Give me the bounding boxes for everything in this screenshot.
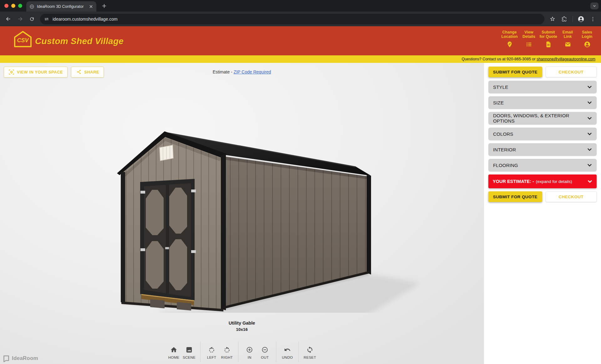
document-icon: [545, 41, 552, 48]
sidebar-bottom-buttons: SUBMIT FOR QUOTE CHECKOUT: [488, 191, 597, 202]
submit-for-quote-link[interactable]: Submit for Quote: [539, 30, 557, 48]
maximize-window-button[interactable]: [18, 4, 22, 8]
minimize-window-button[interactable]: [11, 4, 15, 8]
site-settings-icon[interactable]: [44, 16, 49, 22]
profile-avatar[interactable]: [576, 14, 586, 24]
sidebar-top-buttons: SUBMIT FOR QUOTE CHECKOUT: [488, 67, 597, 77]
toolbar-divider: [298, 341, 299, 362]
address-bar[interactable]: idearoom.customshedvillage.com: [40, 14, 544, 24]
bookmark-star-icon[interactable]: [548, 14, 558, 24]
undo-button[interactable]: UNDO: [280, 341, 295, 362]
sales-login-link[interactable]: Sales Login: [578, 30, 596, 48]
view-toolbar: HOME SCENE LEFT RIGHT IN: [0, 341, 484, 362]
toolbar-divider: [238, 341, 238, 362]
submit-for-quote-button[interactable]: SUBMIT FOR QUOTE: [488, 67, 542, 77]
tab-strip: IdeaRoom 3D Configurator: [0, 0, 601, 12]
config-sidebar: SUBMIT FOR QUOTE CHECKOUT STYLE SIZE DOO…: [484, 63, 601, 364]
your-estimate-bar[interactable]: YOUR ESTIMATE: - (expand for details): [488, 174, 597, 188]
estimate-prefix: Estimate -: [213, 69, 234, 74]
browser-window: IdeaRoom 3D Configurator idearoom.custom…: [0, 0, 601, 364]
brand-logo[interactable]: CSV Custom Shed Village: [14, 31, 124, 48]
home-button[interactable]: HOME: [166, 341, 181, 362]
accordion-colors[interactable]: COLORS: [488, 128, 597, 140]
csv-house-logo-icon: CSV: [14, 31, 32, 48]
submit-for-quote-button-bottom[interactable]: SUBMIT FOR QUOTE: [488, 191, 542, 202]
brand-name: Custom Shed Village: [35, 36, 124, 46]
chevron-down-icon: [587, 148, 592, 151]
reload-icon[interactable]: [27, 14, 37, 24]
model-name: Utility Gable: [0, 321, 484, 326]
globe-favicon-icon: [29, 4, 34, 9]
chevron-down-icon: [587, 164, 592, 167]
3d-viewport[interactable]: VIEW IN YOUR SPACE SHARE Estimate - ZIP …: [0, 63, 484, 364]
logo-abbr: CSV: [17, 37, 29, 43]
idearoom-watermark: IdeaRoom: [3, 355, 38, 362]
edit-location-pin-icon: [506, 41, 513, 48]
zoom-out-button[interactable]: OUT: [257, 341, 272, 362]
tab-title: IdeaRoom 3D Configurator: [37, 4, 86, 9]
checkout-button[interactable]: CHECKOUT: [546, 67, 597, 77]
envelope-icon: [564, 41, 571, 48]
zoom-out-icon: [261, 346, 268, 353]
zoom-in-button[interactable]: IN: [242, 341, 257, 362]
browser-toolbar: idearoom.customshedvillage.com: [0, 12, 601, 26]
rotate-right-icon: [223, 346, 231, 353]
browser-menu-icon[interactable]: [588, 14, 598, 24]
new-tab-button[interactable]: [101, 3, 108, 9]
header-links: Change Location View Details Submit for …: [501, 30, 596, 48]
accordion-doors-windows-exterior[interactable]: DOORS, WINDOWS, & EXTERIOR OPTIONS: [488, 112, 597, 124]
contact-bar: Questions? Contact us at 920-865-3085 or…: [0, 55, 601, 63]
chevron-down-icon: [587, 101, 592, 104]
accordion-interior[interactable]: INTERIOR: [488, 143, 597, 156]
chevron-down-icon: [587, 85, 592, 88]
contact-email-link[interactable]: shannone@villageautoonline.com: [537, 57, 595, 61]
reset-icon: [306, 346, 313, 353]
view-details-link[interactable]: View Details: [520, 30, 538, 48]
list-icon: [526, 41, 532, 48]
idearoom-logo-icon: [3, 355, 10, 362]
checkout-button-bottom[interactable]: CHECKOUT: [546, 191, 597, 202]
browser-tab[interactable]: IdeaRoom 3D Configurator: [26, 1, 96, 12]
scene-button[interactable]: SCENE: [181, 341, 197, 362]
zip-code-required-link[interactable]: ZIP Code Required: [234, 69, 271, 74]
toolbar-divider: [276, 341, 276, 362]
app-header: CSV Custom Shed Village Change Location …: [0, 26, 601, 55]
chevron-down-icon: [587, 132, 592, 135]
chevron-down-icon: [588, 180, 592, 183]
accordion-style[interactable]: STYLE: [488, 81, 597, 93]
change-location-link[interactable]: Change Location: [501, 30, 518, 48]
idearoom-watermark-text: IdeaRoom: [12, 355, 38, 361]
rotate-left-button[interactable]: LEFT: [204, 341, 219, 362]
close-window-button[interactable]: [4, 4, 8, 8]
home-icon: [170, 346, 177, 353]
accordion-flooring[interactable]: FLOORING: [488, 159, 597, 171]
forward-icon[interactable]: [15, 14, 25, 24]
contact-text: Questions? Contact us at 920-865-3085 or: [461, 57, 537, 61]
url-text: idearoom.customshedvillage.com: [53, 17, 118, 22]
email-link[interactable]: Email Link: [559, 30, 577, 48]
accordion-size[interactable]: SIZE: [488, 96, 597, 109]
shed-3d-render[interactable]: [103, 125, 438, 313]
tab-search-chevron-icon[interactable]: [590, 3, 598, 9]
estimate-title: YOUR ESTIMATE: -: [493, 179, 534, 184]
undo-icon: [284, 346, 291, 353]
chevron-down-icon: [587, 117, 592, 120]
tab-close-icon[interactable]: [89, 4, 93, 9]
reset-button[interactable]: RESET: [302, 341, 318, 362]
toolbar-divider: [200, 341, 201, 362]
back-icon[interactable]: [3, 14, 13, 24]
toolbar-divider: [573, 16, 573, 22]
rotate-left-icon: [208, 346, 215, 353]
model-size: 10x16: [0, 327, 484, 332]
estimate-note: (expand for details): [536, 179, 572, 184]
estimate-line: Estimate - ZIP Code Required: [0, 69, 484, 74]
account-circle-icon: [584, 41, 591, 48]
model-caption: Utility Gable 10x16: [0, 321, 484, 332]
zoom-in-icon: [246, 346, 253, 353]
extensions-icon[interactable]: [559, 14, 569, 24]
window-controls: [4, 4, 22, 8]
scene-icon: [186, 346, 193, 353]
rotate-right-button[interactable]: RIGHT: [219, 341, 235, 362]
